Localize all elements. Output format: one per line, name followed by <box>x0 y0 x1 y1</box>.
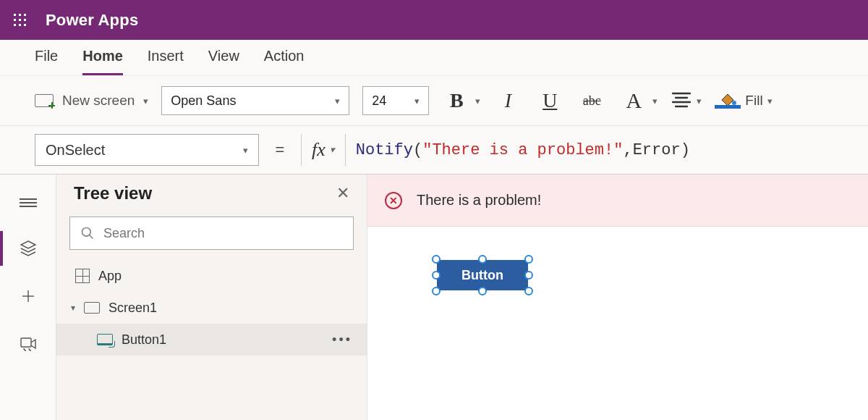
font-select[interactable]: Open Sans ▾ <box>161 86 349 115</box>
screen-icon <box>84 302 100 314</box>
tree-search-input[interactable]: Search <box>69 217 354 250</box>
new-screen-label: New screen <box>62 93 135 109</box>
underline-button[interactable]: U <box>535 89 564 112</box>
menu-view[interactable]: View <box>208 48 239 75</box>
chevron-down-icon: ▾ <box>330 144 335 156</box>
property-value: OnSelect <box>46 142 105 159</box>
fill-label: Fill <box>745 93 762 109</box>
formula-close: ) <box>681 141 690 159</box>
error-text: There is a problem! <box>417 192 541 209</box>
tree-item-app[interactable]: App <box>56 260 367 292</box>
insert-rail-button[interactable] <box>0 283 56 309</box>
svg-rect-8 <box>24 24 26 26</box>
svg-rect-6 <box>14 24 16 26</box>
svg-rect-4 <box>19 19 21 21</box>
waffle-icon <box>13 13 27 28</box>
menu-file[interactable]: File <box>35 48 58 75</box>
tree-item-button1[interactable]: Button1 ••• <box>56 324 367 356</box>
font-value: Open Sans <box>171 93 236 109</box>
resize-handle-w[interactable] <box>432 271 441 280</box>
svg-marker-14 <box>21 241 35 248</box>
chevron-down-icon: ▾ <box>243 145 248 156</box>
resize-handle-se[interactable] <box>524 287 533 295</box>
canvas[interactable]: ✕ There is a problem! Button <box>367 175 868 420</box>
property-select[interactable]: OnSelect ▾ <box>35 134 259 166</box>
svg-rect-0 <box>14 14 16 16</box>
formula-arg2: Error <box>633 141 681 159</box>
tree-item-screen1[interactable]: ▾ Screen1 <box>56 292 367 324</box>
resize-handle-sw[interactable] <box>432 287 441 295</box>
align-button[interactable]: ▾ <box>671 88 702 113</box>
resize-handle-nw[interactable] <box>432 255 441 264</box>
font-size-select[interactable]: 24 ▾ <box>362 86 429 115</box>
tree-panel: Tree view ✕ Search App ▾ Screen1 Button1… <box>56 175 367 420</box>
screen-icon <box>35 94 54 107</box>
resize-handle-n[interactable] <box>478 255 487 264</box>
chevron-down-icon: ▾ <box>414 96 420 106</box>
resize-handle-s[interactable] <box>478 287 487 295</box>
formula-open: ( <box>413 141 422 159</box>
fill-button[interactable]: Fill ▾ <box>715 93 772 109</box>
chevron-down-icon: ▾ <box>143 96 148 106</box>
svg-rect-3 <box>14 19 16 21</box>
strike-button[interactable]: abc <box>577 93 606 109</box>
chevron-down-icon: ▾ <box>475 96 480 106</box>
formula-fn: Notify <box>356 141 413 159</box>
strike-icon: abc <box>577 93 606 109</box>
new-screen-button[interactable]: New screen ▾ <box>35 93 148 109</box>
search-icon <box>80 226 95 240</box>
italic-button[interactable]: I <box>493 89 522 112</box>
tree-title: Tree view <box>74 183 152 203</box>
button-label: Button1 <box>122 332 166 348</box>
fx-button[interactable]: fx ▾ <box>301 134 346 166</box>
font-size-value: 24 <box>372 93 386 109</box>
error-icon: ✕ <box>385 192 402 209</box>
svg-rect-5 <box>24 19 26 21</box>
title-bar: Power Apps <box>0 0 868 40</box>
more-options-button[interactable]: ••• <box>332 332 352 348</box>
tree-header: Tree view ✕ <box>56 175 367 211</box>
tree-view-rail-button[interactable] <box>0 235 56 261</box>
resize-handle-e[interactable] <box>524 271 533 280</box>
error-banner: ✕ There is a problem! <box>367 175 868 227</box>
toolbar: New screen ▾ Open Sans ▾ 24 ▾ B ▾ I U ab… <box>0 76 868 125</box>
resize-handle-ne[interactable] <box>524 255 533 264</box>
formula-sep: , <box>623 141 632 159</box>
app-title: Power Apps <box>46 11 138 30</box>
formula-bar: OnSelect ▾ = fx ▾ Notify ( "There is a p… <box>0 125 868 175</box>
chevron-down-icon: ▾ <box>697 96 702 106</box>
underline-icon: U <box>535 89 564 112</box>
fill-icon <box>715 93 741 109</box>
left-rail <box>0 175 56 420</box>
canvas-button-control[interactable]: Button <box>437 260 528 290</box>
app-icon <box>75 269 90 283</box>
app-launcher-icon[interactable] <box>0 0 40 40</box>
search-placeholder: Search <box>103 226 145 241</box>
formula-input[interactable]: Notify ( "There is a problem!" , Error ) <box>356 141 690 159</box>
menu-home[interactable]: Home <box>82 48 123 75</box>
hamburger-icon <box>20 196 37 209</box>
svg-line-19 <box>90 235 93 239</box>
chevron-down-icon: ▾ <box>652 96 658 106</box>
canvas-button-text: Button <box>461 268 503 283</box>
bold-button[interactable]: B ▾ <box>442 89 480 112</box>
fx-icon: fx <box>312 139 326 161</box>
close-tree-button[interactable]: ✕ <box>336 184 349 203</box>
font-color-button[interactable]: A ▾ <box>619 91 658 110</box>
main-area: Tree view ✕ Search App ▾ Screen1 Button1… <box>0 175 868 420</box>
screen-label: Screen1 <box>109 301 157 316</box>
plus-icon <box>20 287 37 305</box>
chevron-down-icon: ▾ <box>335 96 340 106</box>
hamburger-button[interactable] <box>0 192 56 214</box>
menu-action[interactable]: Action <box>264 48 305 75</box>
svg-rect-1 <box>19 14 21 16</box>
formula-string: "There is a problem!" <box>422 141 623 159</box>
media-rail-button[interactable] <box>0 331 56 357</box>
bold-icon: B <box>442 89 471 112</box>
font-color-icon: A <box>619 91 648 110</box>
media-icon <box>20 335 37 353</box>
menu-bar: File Home Insert View Action <box>0 40 868 76</box>
layers-icon <box>20 240 37 257</box>
menu-insert[interactable]: Insert <box>148 48 184 75</box>
italic-icon: I <box>493 89 522 112</box>
